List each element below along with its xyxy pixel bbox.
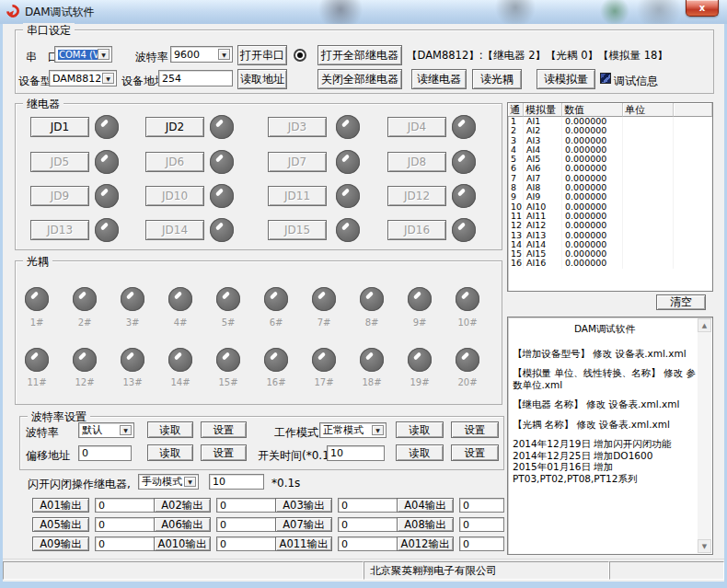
relay-button-JD15[interactable]: JD15 bbox=[268, 220, 327, 240]
table-row[interactable]: 5AI50.000000 bbox=[508, 155, 712, 164]
offset-set-button[interactable]: 设置 bbox=[201, 444, 247, 461]
baud-read-button[interactable]: 读取 bbox=[147, 421, 193, 438]
relay-button-JD13[interactable]: JD13 bbox=[30, 220, 89, 240]
offset-addr-label: 偏移地址 bbox=[26, 448, 70, 464]
read-analog-button[interactable]: 读模拟量 bbox=[537, 69, 595, 89]
offset-addr-input[interactable]: 0 bbox=[78, 445, 132, 461]
read-opto-button[interactable]: 读光耦 bbox=[472, 69, 522, 89]
table-row[interactable]: 8AI80.000000 bbox=[508, 183, 712, 192]
output-button-A09输出[interactable]: A09输出 bbox=[32, 536, 89, 551]
chevron-down-icon[interactable]: ▼ bbox=[98, 49, 110, 60]
info-scrollbar[interactable]: ▲ ▼ bbox=[698, 318, 711, 553]
relay-button-JD16[interactable]: JD16 bbox=[387, 220, 446, 240]
table-row[interactable]: 15AI150.000000 bbox=[508, 249, 712, 259]
relay-button-JD6[interactable]: JD6 bbox=[145, 152, 204, 172]
table-row[interactable]: 4AI40.000000 bbox=[508, 145, 712, 155]
open-port-button[interactable]: 打开串口 bbox=[237, 45, 287, 65]
baudrate2-combobox[interactable]: 默认 ▼ bbox=[78, 422, 134, 438]
output-input-A09输出[interactable]: 0 bbox=[95, 536, 163, 551]
output-button-A08输出[interactable]: A08输出 bbox=[397, 517, 454, 532]
table-cell: 12 bbox=[508, 221, 524, 230]
relay-button-JD11[interactable]: JD11 bbox=[268, 186, 327, 206]
table-cell bbox=[623, 183, 674, 192]
clear-button[interactable]: 清空 bbox=[656, 294, 706, 310]
analog-table[interactable]: 通模拟量数值单位 1AI10.0000002AI20.0000003AI30.0… bbox=[507, 102, 713, 292]
output-button-A06输出[interactable]: A06输出 bbox=[154, 517, 211, 532]
output-input-A011输出[interactable]: 0 bbox=[338, 536, 406, 551]
table-row[interactable]: 9AI90.000000 bbox=[508, 192, 712, 202]
debug-info-icon bbox=[600, 73, 611, 84]
output-input-A03输出[interactable]: 0 bbox=[338, 498, 406, 513]
chevron-down-icon[interactable]: ▼ bbox=[218, 49, 230, 60]
port-combobox[interactable]: COM4 (V) ▼ bbox=[54, 46, 112, 63]
output-button-A02输出[interactable]: A02输出 bbox=[154, 498, 211, 513]
table-cell: AI8 bbox=[524, 183, 562, 192]
output-button-A01输出[interactable]: A01输出 bbox=[32, 498, 89, 513]
output-button-A04输出[interactable]: A04输出 bbox=[397, 498, 454, 513]
baud-set-button[interactable]: 设置 bbox=[201, 421, 247, 438]
relay-button-JD1[interactable]: JD1 bbox=[30, 117, 89, 137]
device-addr-input[interactable]: 254 bbox=[158, 70, 233, 86]
flash-time-input[interactable]: 10 bbox=[209, 474, 264, 490]
close-all-relays-button[interactable]: 关闭全部继电器 bbox=[317, 69, 402, 89]
table-row[interactable]: 2AI20.000000 bbox=[508, 126, 712, 135]
workmode-read-button[interactable]: 读取 bbox=[396, 421, 444, 438]
relay-button-JD5[interactable]: JD5 bbox=[30, 152, 89, 172]
relay-button-JD10[interactable]: JD10 bbox=[145, 186, 204, 206]
switchtime-set-button[interactable]: 设置 bbox=[451, 444, 499, 461]
workmode-combobox[interactable]: 正常模式 ▼ bbox=[319, 422, 387, 438]
scroll-up-icon[interactable]: ▲ bbox=[698, 318, 711, 332]
offset-read-button[interactable]: 读取 bbox=[147, 444, 193, 461]
close-button[interactable]: x bbox=[686, 0, 719, 17]
table-row[interactable]: 13AI130.000000 bbox=[508, 231, 712, 240]
relay-button-JD3[interactable]: JD3 bbox=[268, 117, 327, 137]
output-button-A011输出[interactable]: A011输出 bbox=[275, 536, 332, 551]
output-input-A07输出[interactable]: 0 bbox=[338, 517, 406, 532]
output-button-A012输出[interactable]: A012输出 bbox=[397, 536, 454, 551]
output-input-A012输出[interactable]: 0 bbox=[459, 536, 504, 551]
table-row[interactable]: 10AI100.000000 bbox=[508, 202, 712, 212]
relay-button-JD4[interactable]: JD4 bbox=[387, 117, 446, 137]
table-row[interactable]: 11AI110.000000 bbox=[508, 212, 712, 221]
open-all-relays-button[interactable]: 打开全部继电器 bbox=[317, 45, 402, 65]
read-relay-button[interactable]: 读继电器 bbox=[411, 69, 467, 89]
chevron-down-icon[interactable]: ▼ bbox=[120, 425, 132, 435]
switchtime-read-button[interactable]: 读取 bbox=[396, 444, 444, 461]
flash-mode-combobox[interactable]: 手动模式 ▼ bbox=[138, 474, 199, 490]
relay-button-JD12[interactable]: JD12 bbox=[387, 186, 446, 206]
output-input-A08输出[interactable]: 0 bbox=[459, 517, 504, 532]
output-input-A02输出[interactable]: 0 bbox=[216, 498, 284, 513]
switchtime-input[interactable]: 10 bbox=[327, 445, 385, 461]
chevron-down-icon[interactable]: ▼ bbox=[184, 477, 196, 487]
output-button-A07输出[interactable]: A07输出 bbox=[275, 517, 332, 532]
table-row[interactable]: 12AI120.000000 bbox=[508, 221, 712, 230]
table-row[interactable]: 6AI60.000000 bbox=[508, 164, 712, 173]
table-row[interactable]: 7AI70.000000 bbox=[508, 174, 712, 183]
relay-button-JD14[interactable]: JD14 bbox=[145, 220, 204, 240]
output-input-A06输出[interactable]: 0 bbox=[216, 517, 284, 532]
table-row[interactable]: 14AI140.000000 bbox=[508, 240, 712, 249]
baudrate-combobox[interactable]: 9600 ▼ bbox=[170, 46, 233, 63]
table-row[interactable]: 16AI160.000000 bbox=[508, 259, 712, 268]
device-model-combobox[interactable]: DAM8812 ▼ bbox=[49, 70, 117, 86]
output-input-A05输出[interactable]: 0 bbox=[95, 517, 163, 532]
relay-button-JD8[interactable]: JD8 bbox=[387, 152, 446, 172]
chevron-down-icon[interactable]: ▼ bbox=[372, 425, 384, 435]
chevron-down-icon[interactable]: ▼ bbox=[102, 73, 114, 84]
scroll-down-icon[interactable]: ▼ bbox=[698, 539, 711, 553]
output-input-A04输出[interactable]: 0 bbox=[459, 498, 504, 513]
info-entry: 【模拟量 单位、线性转换、名称】 修改 参数单位.xml bbox=[513, 367, 697, 390]
read-addr-button[interactable]: 读取地址 bbox=[237, 69, 287, 89]
output-input-A01输出[interactable]: 0 bbox=[95, 498, 163, 513]
relay-button-JD2[interactable]: JD2 bbox=[145, 117, 204, 137]
relay-button-JD9[interactable]: JD9 bbox=[30, 186, 89, 206]
output-button-A03输出[interactable]: A03输出 bbox=[275, 498, 332, 513]
output-button-A010输出[interactable]: A010输出 bbox=[154, 536, 211, 551]
table-cell bbox=[674, 212, 712, 221]
output-button-A05输出[interactable]: A05输出 bbox=[32, 517, 89, 532]
table-row[interactable]: 1AI10.000000 bbox=[508, 117, 712, 126]
relay-button-JD7[interactable]: JD7 bbox=[268, 152, 327, 172]
workmode-set-button[interactable]: 设置 bbox=[451, 421, 499, 438]
output-input-A010输出[interactable]: 0 bbox=[216, 536, 284, 551]
table-row[interactable]: 3AI30.000000 bbox=[508, 136, 712, 145]
